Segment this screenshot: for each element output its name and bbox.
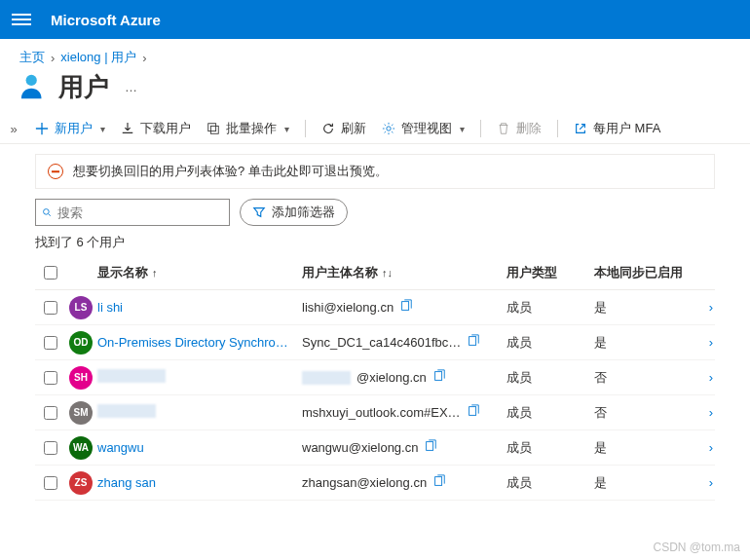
row-checkbox[interactable]: [44, 371, 57, 385]
bulk-icon: [206, 122, 220, 135]
preview-exit-banner[interactable]: 想要切换回旧的用户列表体验? 单击此处即可退出预览。: [35, 154, 715, 189]
download-label: 下载用户: [140, 120, 191, 137]
redacted-text: [97, 369, 166, 383]
search-input[interactable]: [52, 205, 223, 221]
copy-icon[interactable]: [432, 474, 446, 491]
sort-asc-icon: ↑: [152, 267, 158, 279]
delete-button: 删除: [497, 120, 542, 137]
manage-view-label: 管理视图: [401, 120, 452, 137]
avatar: SH: [69, 366, 93, 390]
row-arrow-icon[interactable]: ›: [692, 335, 715, 350]
upn-text: wangwu@xielong.cn: [302, 440, 418, 455]
filter-icon: [252, 205, 266, 219]
row-arrow-icon[interactable]: ›: [692, 405, 715, 420]
sync-enabled: 是: [594, 474, 692, 492]
mfa-button[interactable]: 每用户 MFA: [574, 120, 660, 137]
user-type: 成员: [506, 404, 594, 422]
user-icon: [19, 71, 49, 103]
svg-point-4: [44, 209, 50, 215]
more-button[interactable]: …: [125, 80, 137, 94]
search-icon: [42, 205, 52, 219]
new-user-button[interactable]: 新用户 ▾: [35, 120, 105, 137]
manage-view-button[interactable]: 管理视图 ▾: [382, 120, 465, 137]
sync-enabled: 否: [594, 369, 692, 387]
avatar: OD: [69, 331, 93, 355]
upn-text: mshxuyi_outlook.com#EX…: [302, 405, 461, 420]
bulk-label: 批量操作: [226, 120, 277, 137]
user-type: 成员: [506, 474, 594, 492]
bulk-ops-button[interactable]: 批量操作 ▾: [206, 120, 289, 137]
copy-icon[interactable]: [467, 334, 480, 351]
divider: [480, 120, 481, 137]
chevron-down-icon: ▾: [284, 124, 289, 134]
avatar: SM: [69, 401, 93, 425]
svg-rect-6: [469, 337, 476, 346]
row-checkbox[interactable]: [44, 301, 57, 315]
user-name-link[interactable]: wangwu: [97, 440, 144, 455]
breadcrumb-path[interactable]: xielong | 用户: [60, 49, 136, 66]
plus-icon: [35, 122, 49, 135]
user-name-link[interactable]: zhang san: [97, 475, 156, 490]
table-row: WAwangwuwangwu@xielong.cn成员是›: [35, 430, 715, 466]
user-type: 成员: [506, 334, 594, 352]
chevron-down-icon: ▾: [460, 124, 465, 134]
refresh-button[interactable]: 刷新: [321, 120, 366, 137]
user-name-link[interactable]: On-Premises Directory Synchro…: [97, 335, 288, 350]
brand-label: Microsoft Azure: [51, 12, 161, 28]
row-checkbox[interactable]: [44, 441, 57, 455]
exit-preview-icon: [48, 164, 63, 179]
svg-rect-2: [210, 126, 218, 133]
table-row: ODOn-Premises Directory Synchro…Sync_DC1…: [35, 325, 715, 360]
divider: [557, 120, 558, 137]
refresh-label: 刷新: [341, 120, 366, 137]
copy-icon[interactable]: [467, 404, 480, 421]
row-arrow-icon[interactable]: ›: [692, 475, 715, 490]
add-filter-label: 添加筛选器: [272, 204, 335, 221]
row-arrow-icon[interactable]: ›: [692, 300, 715, 315]
sync-enabled: 是: [594, 299, 692, 317]
row-checkbox[interactable]: [44, 476, 57, 490]
search-box[interactable]: [35, 199, 230, 226]
row-arrow-icon[interactable]: ›: [692, 440, 715, 455]
sync-enabled: 否: [594, 404, 692, 422]
hamburger-icon[interactable]: [12, 14, 31, 25]
copy-icon[interactable]: [432, 369, 446, 386]
row-checkbox[interactable]: [44, 336, 57, 350]
chevron-right-icon: ›: [51, 51, 55, 65]
copy-icon[interactable]: [399, 299, 413, 316]
user-name-link[interactable]: li shi: [97, 300, 123, 315]
svg-rect-8: [469, 407, 475, 416]
row-arrow-icon[interactable]: ›: [692, 370, 715, 385]
external-link-icon: [574, 122, 587, 135]
svg-rect-10: [435, 477, 442, 486]
col-sync[interactable]: 本地同步已启用: [594, 264, 692, 281]
redacted-text: [302, 371, 351, 385]
upn-text: lishi@xielong.cn: [302, 300, 394, 315]
add-filter-button[interactable]: 添加筛选器: [240, 199, 348, 226]
avatar: ZS: [69, 471, 93, 495]
table-row: SMmshxuyi_outlook.com#EX…成员否›: [35, 395, 715, 430]
col-display-name[interactable]: 显示名称 ↑: [97, 264, 302, 281]
divider: [305, 120, 306, 137]
col-type[interactable]: 用户类型: [506, 264, 594, 281]
svg-rect-5: [402, 302, 409, 311]
download-icon: [121, 122, 134, 135]
table-row: LSli shilishi@xielong.cn成员是›: [35, 290, 715, 325]
upn-text: zhangsan@xielong.cn: [302, 475, 427, 490]
delete-label: 删除: [516, 120, 542, 137]
svg-rect-7: [434, 372, 441, 381]
expand-sidebar-button[interactable]: »: [0, 122, 27, 136]
page-title: 用户: [58, 70, 109, 104]
refresh-icon: [321, 122, 335, 135]
breadcrumb-home[interactable]: 主页: [19, 49, 45, 66]
top-bar: Microsoft Azure: [0, 0, 750, 39]
chevron-right-icon: ›: [142, 51, 146, 65]
copy-icon[interactable]: [424, 439, 437, 456]
toolbar: » 新用户 ▾ 下载用户 批量操作 ▾ 刷新 管: [0, 116, 750, 144]
sort-icon: ↑↓: [382, 267, 393, 279]
select-all-checkbox[interactable]: [44, 266, 57, 280]
download-users-button[interactable]: 下载用户: [121, 120, 191, 137]
col-upn[interactable]: 用户主体名称 ↑↓: [302, 264, 506, 281]
svg-point-0: [26, 75, 37, 86]
row-checkbox[interactable]: [44, 406, 57, 420]
